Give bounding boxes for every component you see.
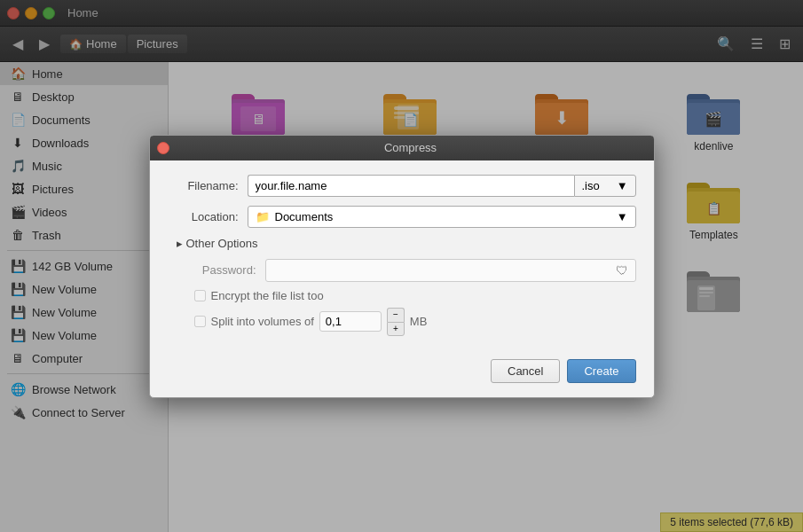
- create-button[interactable]: Create: [567, 359, 635, 383]
- filename-label: Filename:: [168, 179, 239, 192]
- toggle-arrow-icon: ▸: [177, 237, 183, 250]
- dialog-body: Filename: .iso ▼ Location: 📁 Documents: [150, 160, 654, 350]
- password-label: Password:: [185, 263, 256, 277]
- password-row: Password: 🛡: [185, 259, 636, 282]
- location-folder-icon: 📁: [256, 210, 270, 223]
- split-volume-input[interactable]: [319, 311, 382, 332]
- location-dropdown[interactable]: 📁 Documents ▼: [248, 206, 636, 228]
- volume-increase-button[interactable]: +: [387, 322, 405, 336]
- dialog-title: Compress: [175, 141, 647, 154]
- options-section: Password: 🛡 Encrypt the file list too Sp…: [168, 259, 636, 336]
- dialog-close-button[interactable]: [157, 142, 169, 154]
- extension-value: .iso: [582, 179, 600, 192]
- other-options-label: Other Options: [186, 237, 258, 250]
- encrypt-label: Encrypt the file list too: [211, 289, 324, 302]
- filename-row: Filename: .iso ▼: [168, 175, 636, 197]
- location-label: Location:: [168, 210, 239, 223]
- split-checkbox[interactable]: [194, 316, 206, 327]
- compress-dialog: Compress Filename: .iso ▼ Location:: [149, 135, 655, 398]
- location-inner: 📁 Documents: [256, 210, 334, 223]
- extension-dropdown[interactable]: .iso ▼: [574, 175, 636, 197]
- encrypt-checkbox[interactable]: [194, 290, 206, 301]
- filename-input[interactable]: [248, 175, 574, 197]
- split-label: Split into volumes of: [211, 315, 314, 328]
- cancel-button[interactable]: Cancel: [491, 359, 560, 383]
- filename-input-group: .iso ▼: [248, 175, 636, 197]
- split-row: Split into volumes of − + MB: [185, 308, 636, 336]
- password-input-wrap: 🛡: [265, 259, 636, 282]
- volume-stepper: − +: [387, 308, 405, 336]
- other-options-toggle[interactable]: ▸ Other Options: [168, 237, 636, 250]
- dialog-buttons: Cancel Create: [150, 350, 654, 397]
- shield-icon: 🛡: [616, 263, 628, 278]
- volume-decrease-button[interactable]: −: [387, 308, 405, 322]
- split-unit: MB: [410, 315, 428, 328]
- location-value: Documents: [275, 210, 334, 223]
- dropdown-arrow-icon: ▼: [617, 179, 628, 192]
- location-arrow-icon: ▼: [617, 210, 628, 223]
- location-row: Location: 📁 Documents ▼: [168, 206, 636, 228]
- encrypt-checkbox-row: Encrypt the file list too: [185, 289, 636, 302]
- password-input[interactable]: [273, 263, 616, 277]
- dialog-titlebar: Compress: [150, 136, 654, 160]
- dialog-overlay: Compress Filename: .iso ▼ Location:: [0, 0, 803, 532]
